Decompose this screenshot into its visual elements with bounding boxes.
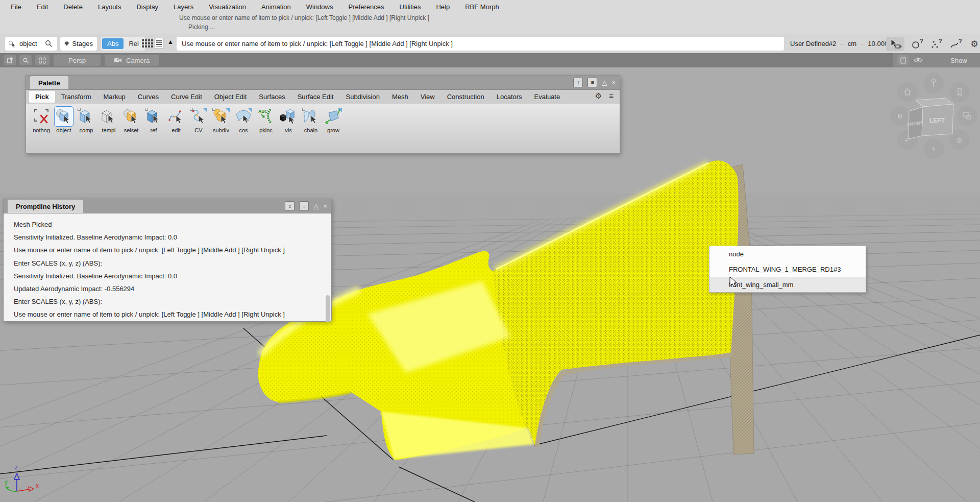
promptline-entry: Mesh Picked [14, 221, 331, 233]
status-prompt-line: Use mouse or enter name of item to pick … [179, 14, 429, 21]
tool-vis[interactable]: vis [277, 106, 300, 153]
palette-tab-mesh[interactable]: Mesh [386, 91, 414, 103]
window-close-icon[interactable]: × [611, 79, 616, 86]
tool-edit[interactable]: edit [165, 106, 187, 153]
palette-tab-object-edit[interactable]: Object Edit [208, 91, 253, 103]
view-cube-left-face-label: LEFT [929, 117, 945, 124]
palette-tab-surface-edit[interactable]: Surface Edit [291, 91, 340, 103]
stages-button[interactable]: Stages [60, 37, 97, 51]
pick-view-button[interactable] [886, 37, 904, 51]
object-search-input[interactable] [18, 39, 43, 48]
gear-icon[interactable]: ⚙ [969, 38, 980, 50]
palette-title[interactable]: Palette [30, 76, 68, 89]
tool-comp[interactable]: comp [75, 106, 97, 153]
grid-snap-icon[interactable] [142, 39, 153, 47]
context-item-node[interactable]: node [709, 246, 866, 261]
promptline-titlebar[interactable]: Promptline History ↕ ≡ △ × [4, 199, 331, 213]
palette-tab-curves[interactable]: Curves [132, 91, 165, 103]
toolbar-right-icons: ? ? ? ⚙ [886, 36, 980, 52]
menu-edit[interactable]: Edit [29, 3, 56, 11]
detach-view-button[interactable] [4, 55, 16, 65]
menu-visualization[interactable]: Visualization [201, 3, 254, 11]
palette-tab-view[interactable]: View [414, 91, 441, 103]
tab-persp[interactable]: Persp [54, 55, 101, 66]
object-lister-box[interactable] [5, 37, 57, 51]
collapse-arrow-icon[interactable]: ▲ [167, 38, 174, 45]
tool-selset[interactable]: selset [120, 106, 142, 153]
menu-preferences[interactable]: Preferences [340, 3, 391, 11]
palette-tab-locators[interactable]: Locators [491, 91, 528, 103]
palette-tab-markup[interactable]: Markup [97, 91, 132, 103]
palette-tab-transform[interactable]: Transform [55, 91, 97, 103]
palette-titlebar[interactable]: Palette ↕ ≡ △ × [26, 76, 620, 90]
promptline-entry: Use mouse or enter name of item to pick … [14, 246, 331, 259]
palette-gear-icon[interactable]: ⚙ [595, 91, 602, 101]
tool-grow[interactable]: grow [322, 106, 345, 153]
window-menu-icon[interactable]: ≡ [299, 201, 309, 211]
units-indicator[interactable]: User Defined#2 - cm - 10.0000 [790, 37, 892, 51]
palette-tab-subdivision[interactable]: Subdivision [339, 91, 386, 103]
search-icon[interactable] [45, 40, 53, 47]
menu-animation[interactable]: Animation [254, 3, 299, 11]
tool-object[interactable]: object [53, 106, 75, 153]
window-minimize-icon[interactable]: △ [313, 203, 318, 209]
prompt-line-field[interactable]: Use mouse or enter name of item to pick … [177, 37, 784, 51]
tool-label: selset [124, 127, 139, 133]
palette-tab-pick[interactable]: Pick [29, 91, 55, 103]
tool-cv[interactable]: CV [187, 106, 210, 153]
svg-text:?: ? [920, 38, 923, 44]
menu-layers[interactable]: Layers [166, 3, 201, 11]
menu-delete[interactable]: Delete [56, 3, 90, 11]
menu-utilities[interactable]: Utilities [392, 3, 429, 11]
palette-tab-evaluate[interactable]: Evaluate [528, 91, 567, 103]
query-curve-icon[interactable]: ? [949, 38, 963, 50]
context-item-frontal-wing-1-merge-rd1-3[interactable]: FRONTAL_WING_1_MERGE_RD1#3 [709, 261, 866, 277]
menu-rbf-morph[interactable]: RBF Morph [457, 3, 506, 11]
tool-chain[interactable]: chain [300, 106, 322, 153]
query-object-icon[interactable]: ? [911, 38, 924, 50]
tab-camera[interactable]: Camera [105, 55, 159, 66]
status-area: Use mouse or enter name of item to pick … [0, 13, 980, 34]
view-search-button[interactable] [19, 55, 32, 65]
menu-windows[interactable]: Windows [299, 3, 341, 11]
palette-tab-surfaces[interactable]: Surfaces [253, 91, 291, 103]
abs-button[interactable]: Abs [102, 38, 124, 49]
context-item-front-wing-small-mm[interactable]: front_wing_small_mm [709, 277, 866, 292]
eye-icon[interactable] [914, 57, 923, 63]
promptline-title[interactable]: Promptline History [8, 200, 83, 213]
palette-tab-curve-edit[interactable]: Curve Edit [165, 91, 208, 103]
palette-tool-row: nothngobjectcomptemplselsetrefeditCVsubd… [26, 104, 620, 153]
menu-help[interactable]: Help [428, 3, 457, 11]
menu-display[interactable]: Display [129, 3, 166, 11]
scrollbar-thumb[interactable] [326, 295, 330, 322]
query-points-icon[interactable]: ? [930, 38, 943, 50]
palette-tab-construction[interactable]: Construction [441, 91, 491, 103]
svg-text:⚙: ⚙ [970, 39, 978, 49]
tool-label: CV [194, 127, 202, 133]
menu-layouts[interactable]: Layouts [90, 3, 129, 11]
window-resize-icon[interactable]: ↕ [573, 78, 583, 87]
persp-tab-label: Persp [68, 57, 86, 64]
tool-nothng[interactable]: nothng [30, 106, 53, 153]
palette-menu-icon[interactable]: ≡ [609, 91, 614, 101]
tool-templ[interactable]: templ [97, 106, 120, 153]
tool-label: vis [285, 127, 291, 133]
tool-ref[interactable]: ref [142, 106, 165, 153]
rel-button[interactable]: Rel [124, 38, 144, 49]
tool-pkloc[interactable]: ABCpkloc [255, 106, 277, 153]
tool-subdiv[interactable]: subdiv [210, 106, 232, 153]
menu-file[interactable]: File [3, 3, 29, 11]
cube-dashed-icon [99, 106, 118, 127]
show-menu-label[interactable]: Show [950, 57, 967, 64]
palette-window: Palette ↕ ≡ △ × PickTransformMarkupCurve… [26, 75, 620, 154]
window-resize-icon[interactable]: ↕ [285, 201, 295, 211]
promptline-list-icon[interactable] [155, 38, 163, 49]
window-menu-icon[interactable]: ≡ [587, 78, 597, 87]
tool-cos[interactable]: cos [232, 106, 255, 153]
tool-label: edit [172, 127, 181, 133]
clipboard-icon[interactable] [897, 55, 909, 65]
window-minimize-icon[interactable]: △ [602, 79, 607, 86]
layout-views-button[interactable] [35, 55, 50, 65]
window-close-icon[interactable]: × [323, 203, 327, 209]
view-cube[interactable]: N ↶ ⚙ + LEFT FRONT [890, 73, 977, 159]
